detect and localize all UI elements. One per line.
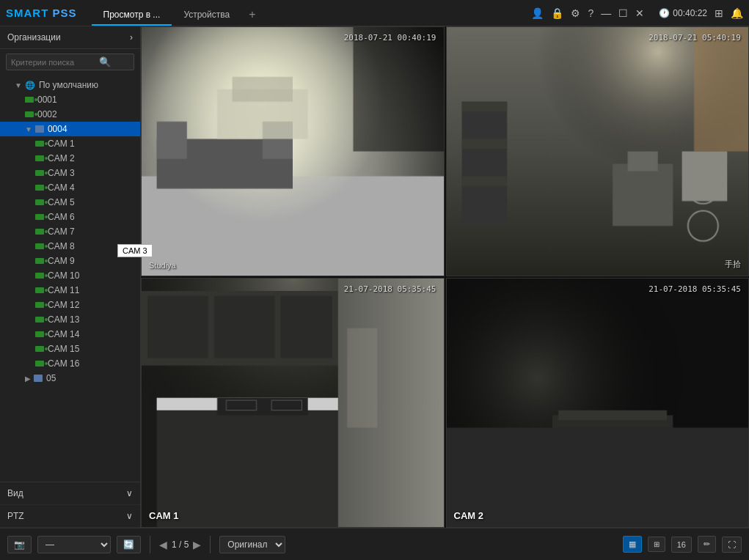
org-expand-icon[interactable]: › bbox=[130, 32, 133, 43]
cam-icon-1 bbox=[35, 141, 44, 147]
view-16-button[interactable]: 16 bbox=[671, 537, 692, 553]
tree-label-cam16: CAM 16 bbox=[48, 358, 79, 369]
maximize-icon[interactable]: ☐ bbox=[618, 7, 628, 19]
quality-select[interactable]: Оригинал bbox=[219, 536, 285, 553]
tree-label-cam4: CAM 4 bbox=[48, 183, 75, 193]
close-icon[interactable]: ✕ bbox=[635, 7, 644, 19]
view-2x2-button[interactable]: ▦ bbox=[623, 536, 642, 553]
label-bottom-right: CAM 2 bbox=[454, 510, 483, 521]
tree-label-cam7: CAM 7 bbox=[48, 226, 75, 237]
cam-icon-4 bbox=[35, 185, 44, 191]
prev-page-button[interactable]: ◀ bbox=[159, 539, 167, 550]
tree-arrow-0004: ▼ bbox=[25, 125, 32, 133]
topbar-right: 👤 🔒 ⚙ ? — ☐ ✕ 🕐 00:40:22 ⊞ 🔔 bbox=[531, 7, 743, 19]
cam-icon-10 bbox=[35, 273, 44, 279]
grid-icon[interactable]: ⊞ bbox=[715, 7, 723, 19]
search-icon: 🔍 bbox=[99, 56, 111, 67]
tab-devices[interactable]: Устройства bbox=[172, 5, 241, 26]
label-bottom-left: CAM 1 bbox=[149, 510, 178, 521]
tree-label-cam8: CAM 8 bbox=[48, 241, 75, 251]
tree-label-cam6: CAM 6 bbox=[48, 212, 75, 222]
tab-view[interactable]: Просмотр в ... bbox=[92, 5, 172, 26]
tree-label-cam10: CAM 10 bbox=[48, 270, 79, 281]
tree-label-cam14: CAM 14 bbox=[48, 329, 79, 339]
user-icon[interactable]: 👤 bbox=[531, 7, 544, 19]
lock-icon[interactable]: 🔒 bbox=[551, 7, 563, 19]
sublabel-top-right: 手拾 bbox=[725, 259, 741, 270]
separator-1 bbox=[150, 536, 150, 553]
video-grid: 2018-07-21 00:40:19 Studiya 2018-07-21 0… bbox=[141, 26, 749, 528]
view-3x3-button[interactable]: ⊞ bbox=[648, 537, 665, 552]
video-cell-top-right[interactable]: 2018-07-21 05:40:19 手拾 bbox=[446, 26, 750, 276]
tree-label-cam3: CAM 3 bbox=[48, 168, 75, 178]
org-header: Организации › bbox=[0, 26, 140, 49]
record-select[interactable]: — bbox=[37, 536, 111, 553]
tree-item-0001[interactable]: 0001 bbox=[0, 92, 140, 107]
tree-item-default[interactable]: ▼ 🌐 По умолчанию bbox=[0, 78, 140, 92]
refresh-button[interactable]: 🔄 bbox=[117, 536, 141, 553]
tree-item-cam5[interactable]: CAM 5 bbox=[0, 195, 140, 210]
cam-icon-3 bbox=[35, 170, 44, 176]
page-info: 1 / 5 bbox=[172, 539, 189, 550]
tree-item-0002[interactable]: 0002 bbox=[0, 107, 140, 122]
tree-label-cam9: CAM 9 bbox=[48, 256, 75, 266]
video-cell-bottom-right[interactable]: 21-07-2018 05:35:45 CAM 2 bbox=[446, 278, 750, 528]
fullscreen-button[interactable]: ⛶ bbox=[722, 537, 742, 553]
sidebar-bottom-vid[interactable]: Вид ∨ bbox=[0, 482, 140, 505]
cam-icon-0002 bbox=[25, 111, 34, 117]
tree-label-cam13: CAM 13 bbox=[48, 314, 79, 325]
bottombar: 📷 — 🔄 ◀ 1 / 5 ▶ Оригинал ▦ ⊞ 16 ✏ ⛶ bbox=[0, 528, 749, 560]
tree-item-cam6[interactable]: CAM 6 bbox=[0, 210, 140, 224]
timestamp-bottom-left: 21-07-2018 05:35:45 bbox=[344, 284, 436, 294]
main-area: Организации › 🔍 ▼ 🌐 По умолчанию 0001 00… bbox=[0, 26, 749, 528]
tree-item-cam15[interactable]: CAM 15 bbox=[0, 342, 140, 356]
snapshot-button[interactable]: 📷 bbox=[7, 536, 32, 553]
next-page-button[interactable]: ▶ bbox=[193, 539, 201, 550]
video-cell-top-left[interactable]: 2018-07-21 00:40:19 Studiya bbox=[141, 26, 445, 276]
tree-item-cam3[interactable]: CAM 3 bbox=[0, 166, 140, 180]
tree-item-cam10[interactable]: CAM 10 bbox=[0, 268, 140, 283]
video-feed-top-right bbox=[447, 27, 749, 276]
sidebar-bottom: Вид ∨ PTZ ∨ bbox=[0, 482, 140, 528]
tree-item-cam7[interactable]: CAM 7 bbox=[0, 224, 140, 239]
bell-icon[interactable]: 🔔 bbox=[731, 7, 743, 19]
cam-icon-2 bbox=[35, 155, 44, 161]
cam-icon-6 bbox=[35, 214, 44, 220]
video-cell-bottom-left[interactable]: 21-07-2018 05:35:45 CAM 1 bbox=[141, 278, 445, 528]
tree-item-cam16[interactable]: CAM 16 bbox=[0, 356, 140, 371]
tree-item-cam11[interactable]: CAM 11 bbox=[0, 283, 140, 298]
tree-item-cam4[interactable]: CAM 4 bbox=[0, 180, 140, 195]
cam-icon-14 bbox=[35, 331, 44, 337]
gear-icon[interactable]: ⚙ bbox=[571, 7, 580, 19]
cam-icon-13 bbox=[35, 317, 44, 323]
vid-arrow: ∨ bbox=[126, 488, 133, 498]
cam-icon-12 bbox=[35, 302, 44, 308]
timestamp-top-left: 2018-07-21 00:40:19 bbox=[344, 33, 436, 43]
help-icon[interactable]: ? bbox=[588, 7, 593, 19]
tree-item-cam1[interactable]: CAM 1 bbox=[0, 136, 140, 151]
ptz-arrow: ∨ bbox=[126, 511, 133, 521]
tree-item-0004[interactable]: ▼ 0004 bbox=[0, 122, 140, 136]
cam-icon-9 bbox=[35, 258, 44, 264]
nav-tabs: Просмотр в ... Устройства + bbox=[92, 0, 532, 26]
cam-icon-15 bbox=[35, 346, 44, 352]
tree-item-cam14[interactable]: CAM 14 bbox=[0, 327, 140, 342]
sidebar-bottom-ptz[interactable]: PTZ ∨ bbox=[0, 505, 140, 528]
tree-item-cam2[interactable]: CAM 2 bbox=[0, 151, 140, 166]
page-nav: ◀ 1 / 5 ▶ bbox=[159, 539, 201, 550]
cam-icon-5 bbox=[35, 199, 44, 205]
edit-layout-button[interactable]: ✏ bbox=[698, 536, 716, 553]
add-tab-button[interactable]: + bbox=[241, 4, 263, 26]
cam-icon-7 bbox=[35, 229, 44, 235]
cam-icon-0001 bbox=[25, 97, 34, 103]
video-feed-bottom-left bbox=[142, 279, 444, 527]
sidebar: Организации › 🔍 ▼ 🌐 По умолчанию 0001 00… bbox=[0, 26, 141, 528]
tree-item-cam12[interactable]: CAM 12 bbox=[0, 298, 140, 312]
minimize-icon[interactable]: — bbox=[601, 7, 611, 19]
cam-tooltip: CAM 3 bbox=[117, 244, 141, 257]
search-box: 🔍 bbox=[6, 54, 134, 70]
cam-icon-16 bbox=[35, 361, 44, 366]
tree-item-cam13[interactable]: CAM 13 bbox=[0, 312, 140, 327]
search-input[interactable] bbox=[11, 58, 99, 67]
tree-item-05[interactable]: ▶ 05 bbox=[0, 371, 140, 386]
